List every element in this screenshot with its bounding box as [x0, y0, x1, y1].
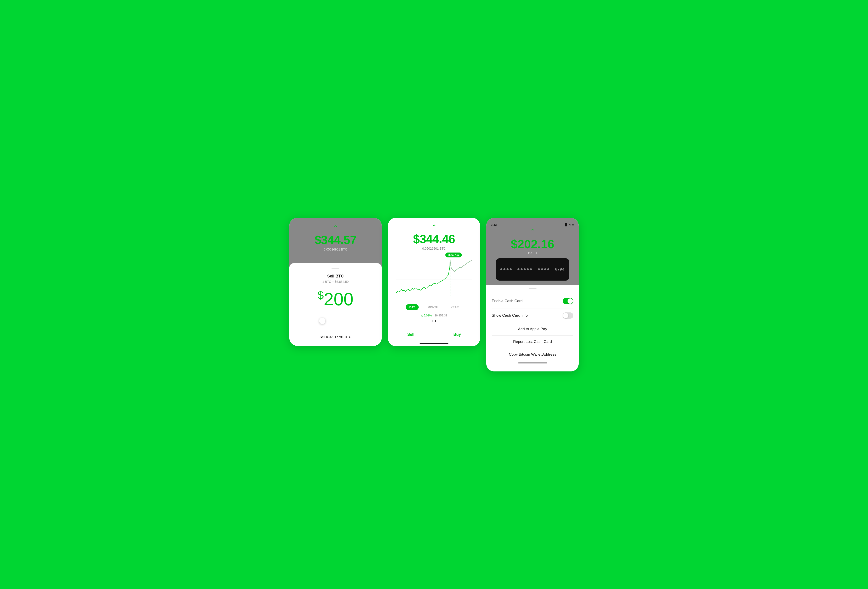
- sell-rate: 1 BTC = $6,854.50: [297, 280, 375, 284]
- chart-price-bubble: $6,637.92: [445, 253, 462, 258]
- btc-chart-svg: [396, 257, 472, 302]
- sell-btc-label: Sell 0.02917791 BTC: [297, 335, 375, 339]
- sheet-drag-handle: [528, 288, 537, 289]
- enable-cash-card-label: Enable Cash Card: [492, 299, 523, 303]
- drag-handle: [331, 268, 340, 269]
- screen3-top-area: 9:43 ▐▌ ∿ ▭ ⌃ $202.16 CASH: [486, 218, 579, 285]
- status-icons: ▐▌ ∿ ▭: [564, 223, 574, 226]
- card-dot: [521, 268, 523, 270]
- slider-track: [297, 321, 375, 321]
- btc-dollar-amount: $344.57: [314, 233, 356, 247]
- chevron-up-icon[interactable]: ⌃: [333, 225, 338, 231]
- card-dot: [524, 268, 526, 270]
- screen-sell-btc: ⌃ $344.57 0.05026901 BTC Sell BTC 1 BTC …: [289, 218, 382, 346]
- sell-amount: $200: [297, 290, 375, 308]
- show-cash-card-info-toggle[interactable]: [562, 312, 573, 319]
- chart-dollar-amount: $344.46: [413, 232, 455, 246]
- dollar-sign: $: [317, 289, 324, 302]
- menu-item-show-info: Show Cash Card Info: [492, 308, 573, 323]
- card-dots-3: [538, 268, 549, 270]
- chevron-up-icon-2[interactable]: ⌃: [431, 224, 437, 230]
- card-dot: [500, 268, 502, 270]
- cash-amount: $202.16: [511, 237, 554, 251]
- wifi-icon: ∿: [569, 223, 571, 226]
- up-arrow-icon: △: [421, 314, 423, 317]
- screen-cash-card: 9:43 ▐▌ ∿ ▭ ⌃ $202.16 CASH: [486, 218, 579, 371]
- home-indicator: [419, 343, 449, 343]
- toggle-thumb: [568, 298, 573, 304]
- cash-card: 6794: [496, 258, 569, 281]
- sell-btc-text: Sell 0.02917791 BTC: [320, 335, 351, 339]
- card-dots-2: [517, 268, 532, 270]
- battery-icon: ▭: [572, 223, 574, 226]
- sell-title: Sell BTC: [297, 274, 375, 278]
- report-lost-label: Report Lost Cash Card: [513, 340, 552, 344]
- menu-item-report-lost[interactable]: Report Lost Cash Card: [492, 336, 573, 348]
- sell-button[interactable]: Sell: [388, 328, 434, 341]
- menu-item-copy-bitcoin[interactable]: Copy Bitcoin Wallet Address: [492, 348, 573, 361]
- card-dot: [527, 268, 529, 270]
- chevron-up-icon-3[interactable]: ⌃: [530, 228, 535, 234]
- status-bar: 9:43 ▐▌ ∿ ▭: [491, 223, 574, 226]
- add-apple-pay-label: Add to Apple Pay: [518, 327, 547, 331]
- screen2-actions: Sell Buy: [388, 328, 480, 341]
- menu-item-apple-pay[interactable]: Add to Apple Pay: [492, 323, 573, 335]
- pct-value: 5.01%: [424, 314, 432, 317]
- card-dot: [544, 268, 546, 270]
- pct-up: △ 5.01%: [421, 314, 432, 317]
- card-dot: [538, 268, 540, 270]
- card-dot: [510, 268, 512, 270]
- card-dot: [541, 268, 543, 270]
- cash-label: CASH: [528, 252, 537, 255]
- card-dots-1: [500, 268, 512, 270]
- amount-slider[interactable]: [297, 317, 375, 325]
- slider-thumb[interactable]: [319, 318, 325, 324]
- card-dot: [506, 268, 509, 270]
- screen1-bottom-sheet: Sell BTC 1 BTC = $6,854.50 $200 Sell 0.0…: [289, 263, 382, 346]
- time-btn-year[interactable]: YEAR: [447, 304, 462, 310]
- time-btn-month[interactable]: MONTH: [424, 304, 442, 310]
- btc-sub-amount: 0.05026901 BTC: [323, 248, 347, 251]
- time-selector: DAY MONTH YEAR: [406, 304, 462, 310]
- card-dot: [503, 268, 505, 270]
- time-btn-day[interactable]: DAY: [406, 304, 419, 310]
- status-time: 9:43: [491, 223, 496, 226]
- dot-2: [435, 320, 436, 322]
- divider: [297, 331, 375, 331]
- sell-amount-value: 200: [324, 289, 353, 309]
- card-dot: [517, 268, 520, 270]
- enable-cash-card-toggle[interactable]: [562, 298, 573, 304]
- toggle-thumb-2: [563, 313, 568, 318]
- chart-stats: △ 5.01% $6,852.38: [421, 314, 447, 317]
- screen1-top-area: ⌃ $344.57 0.05026901 BTC: [289, 218, 382, 267]
- buy-button[interactable]: Buy: [434, 328, 480, 341]
- card-dot: [530, 268, 532, 270]
- card-dot: [547, 268, 549, 270]
- menu-item-enable-card: Enable Cash Card: [492, 294, 573, 308]
- cash-card-sheet: Enable Cash Card Show Cash Card Info Add…: [486, 285, 579, 371]
- stat-price: $6,852.38: [434, 314, 447, 317]
- card-last-four: 6794: [555, 268, 565, 271]
- screens-container: ⌃ $344.57 0.05026901 BTC Sell BTC 1 BTC …: [289, 218, 579, 371]
- home-indicator-3: [518, 363, 547, 363]
- show-cash-card-info-label: Show Cash Card Info: [492, 313, 528, 318]
- dots-indicator: [432, 320, 436, 322]
- screen2-top-area: ⌃ $344.46 0.05026901 BTC $6,637.92: [388, 218, 480, 328]
- chart-area: $6,637.92: [393, 250, 476, 302]
- screen-chart: ⌃ $344.46 0.05026901 BTC $6,637.92: [388, 218, 480, 346]
- dot-1: [432, 320, 433, 322]
- chart-btc-sub: 0.05026901 BTC: [422, 247, 446, 250]
- copy-bitcoin-label: Copy Bitcoin Wallet Address: [509, 352, 556, 357]
- signal-icon: ▐▌: [564, 223, 568, 226]
